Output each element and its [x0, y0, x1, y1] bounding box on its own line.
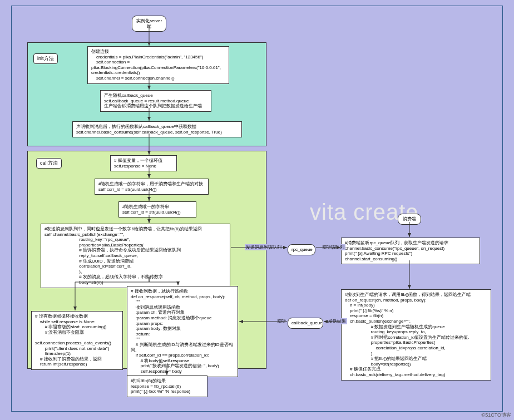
edge-label-send-result: 发送结果: [327, 318, 347, 324]
node-callback-queue: 产生随机callback_queue self.callback_queue =…: [100, 90, 211, 112]
group-init-title: init方法: [33, 53, 58, 64]
node-rpc-queue: rpc_queue: [288, 244, 315, 255]
node-wait-loop: # 没有数据就循环接收数据 while self.response is Non…: [31, 311, 123, 370]
edge-label-send: 发送消息到该队列: [245, 244, 283, 250]
node-create-connection: 创建连接 credentials = pika.PlainCredentials…: [87, 46, 229, 84]
attribution-text: ©51CTO博客: [482, 412, 511, 419]
node-consumer-title: 消费端: [398, 214, 421, 225]
node-basic-publish: #发送消息到队列中，同时也是发送一个数字6给消费端，让其把fib(6)的结果返回…: [41, 224, 230, 288]
node-consumer-listen: #消费端监听rpc_queue队列，获取生产端发送的请求 channel.bas…: [341, 238, 480, 264]
edge-label-listen1: 监听该队列: [321, 244, 345, 250]
node-response-none: # 赋值变量，一个循环值 self.response = None: [110, 155, 177, 171]
node-print-result: #打印fib(6)的结果 response = fib_rpc.call(6) …: [127, 375, 207, 397]
edge-label-listen2: 监听: [276, 318, 287, 324]
node-on-request: #接收到生产端的请求，调用fib()函数，得到结果，返回给生产端 def on_…: [341, 289, 491, 381]
node-corr-id-1: #随机生成唯一的字符串，用于消费端和生产端的对接 self.corr_id = …: [95, 179, 209, 195]
group-call-title: call方法: [36, 158, 62, 169]
node-corr-id-2: #随机生成唯一的字符串 self.corr_id = str(uuid.uuid…: [118, 201, 196, 218]
node-on-response: # 接收到数据，就执行该函数 def on_response(self, ch,…: [127, 286, 238, 377]
node-instantiate-server: 实例化server端: [132, 16, 166, 32]
node-callback-queue-box: callback_queue: [288, 318, 323, 329]
node-basic-consume: 声明收到消息后，执行的函数和从callback_queue中获取数据 self.…: [72, 121, 242, 137]
